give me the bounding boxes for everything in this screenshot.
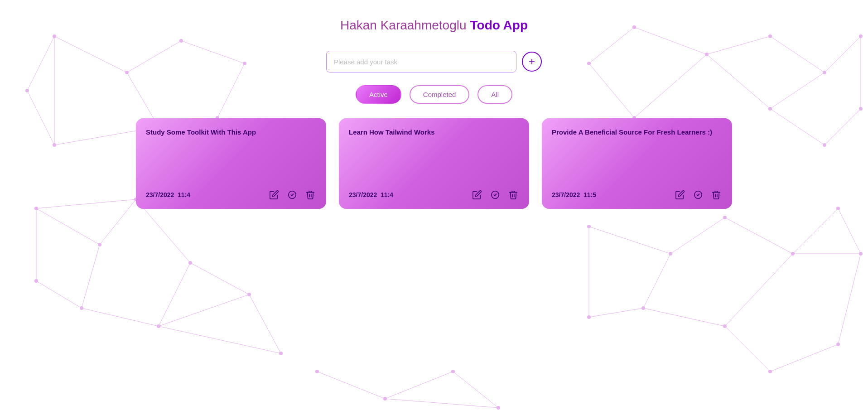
svg-point-88 [768, 370, 772, 373]
card-footer: 23/7/2022 11:4 [146, 189, 316, 201]
task-card: Provide A Beneficial Source For Fresh Le… [542, 118, 732, 209]
card-title: Study Some Toolkit With This App [146, 128, 316, 136]
svg-point-89 [836, 343, 840, 346]
svg-line-35 [589, 227, 670, 254]
svg-line-39 [838, 208, 861, 254]
svg-line-38 [793, 208, 838, 254]
edit-icon [269, 190, 279, 200]
svg-line-18 [136, 199, 190, 263]
svg-line-10 [36, 208, 100, 245]
card-actions [471, 189, 519, 201]
svg-line-49 [317, 372, 385, 399]
trash-icon [508, 190, 518, 200]
svg-line-17 [159, 263, 190, 326]
svg-line-45 [770, 344, 838, 372]
delete-task-button[interactable] [507, 189, 519, 201]
svg-line-48 [589, 308, 643, 317]
card-body [349, 141, 519, 182]
svg-line-44 [725, 326, 770, 372]
task-input-row: + [326, 51, 542, 72]
task-card: Study Some Toolkit With This App 23/7/20… [136, 118, 326, 209]
svg-point-62 [98, 243, 101, 246]
delete-task-button[interactable] [304, 189, 316, 201]
edit-task-button[interactable] [268, 189, 280, 201]
svg-line-37 [725, 217, 793, 254]
edit-icon [675, 190, 685, 200]
svg-point-93 [451, 370, 455, 373]
svg-line-51 [453, 372, 498, 408]
svg-point-87 [723, 324, 727, 328]
svg-point-86 [641, 306, 645, 310]
author-name: Hakan Karaahmetoglu [340, 18, 467, 33]
complete-task-button[interactable] [286, 189, 298, 201]
edit-icon [472, 190, 482, 200]
complete-task-button[interactable] [489, 189, 501, 201]
trash-icon [711, 190, 721, 200]
svg-line-22 [159, 326, 281, 353]
check-circle-icon [287, 190, 297, 200]
check-circle-icon [490, 190, 500, 200]
svg-point-81 [669, 252, 672, 256]
svg-point-64 [80, 306, 83, 310]
svg-point-68 [247, 293, 251, 296]
svg-line-50 [385, 372, 453, 399]
complete-task-button[interactable] [692, 189, 704, 201]
app-header: Hakan Karaahmetoglu Todo App [340, 18, 528, 33]
svg-line-36 [670, 217, 725, 254]
svg-line-16 [82, 308, 159, 326]
card-actions [268, 189, 316, 201]
filter-row: Active Completed All [356, 85, 512, 104]
task-cards-container: Study Some Toolkit With This App 23/7/20… [136, 118, 732, 209]
task-card: Learn How Tailwind Works 23/7/2022 11:4 [339, 118, 529, 209]
svg-point-65 [34, 279, 38, 283]
card-footer: 23/7/2022 11:4 [349, 189, 519, 201]
card-title: Learn How Tailwind Works [349, 128, 519, 136]
card-title: Provide A Beneficial Source For Fresh Le… [552, 128, 722, 136]
filter-completed-button[interactable]: Completed [410, 85, 470, 104]
card-body [552, 141, 722, 182]
card-footer: 23/7/2022 11:5 [552, 189, 722, 201]
svg-line-52 [385, 399, 498, 408]
svg-line-41 [643, 254, 670, 308]
svg-point-69 [279, 352, 283, 355]
svg-line-14 [36, 281, 82, 308]
edit-task-button[interactable] [674, 189, 686, 201]
svg-line-46 [838, 254, 861, 344]
svg-point-94 [497, 406, 500, 410]
svg-point-66 [157, 324, 160, 328]
svg-line-21 [249, 294, 281, 353]
delete-task-button[interactable] [710, 189, 722, 201]
card-actions [674, 189, 722, 201]
filter-all-button[interactable]: All [477, 85, 512, 104]
svg-point-83 [791, 252, 795, 256]
card-datetime: 23/7/2022 11:4 [349, 191, 393, 198]
card-datetime: 23/7/2022 11:5 [552, 191, 596, 198]
filter-active-button[interactable]: Active [356, 85, 401, 104]
card-datetime: 23/7/2022 11:4 [146, 191, 190, 198]
svg-point-92 [383, 397, 387, 401]
svg-point-91 [315, 370, 319, 373]
card-body [146, 141, 316, 182]
svg-point-67 [188, 261, 192, 265]
task-input[interactable] [326, 51, 516, 72]
check-circle-icon [693, 190, 703, 200]
svg-point-90 [587, 315, 591, 319]
trash-icon [305, 190, 315, 200]
svg-point-80 [587, 225, 591, 228]
svg-line-20 [159, 294, 249, 326]
edit-task-button[interactable] [471, 189, 483, 201]
app-title: Todo App [470, 18, 528, 33]
add-task-button[interactable]: + [522, 52, 542, 72]
svg-point-82 [723, 216, 727, 219]
svg-line-43 [725, 254, 793, 326]
svg-line-13 [82, 245, 100, 308]
svg-line-19 [190, 263, 249, 294]
svg-line-42 [643, 308, 725, 326]
svg-point-85 [859, 252, 863, 256]
